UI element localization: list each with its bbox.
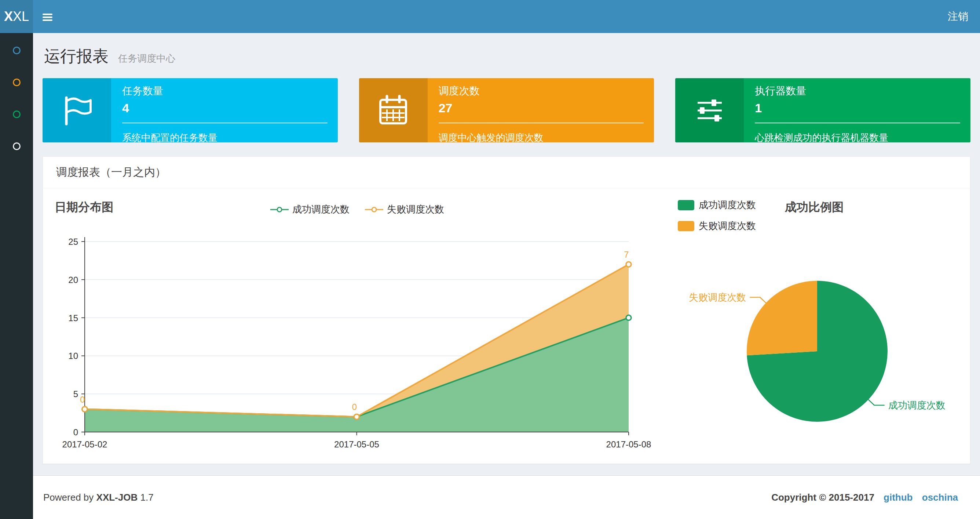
page-footer: Powered by XXL-JOB 1.7 Copyright © 2015-…	[33, 475, 980, 519]
brand-name: XXL-JOB	[97, 492, 138, 503]
info-box-value: 1	[755, 101, 960, 115]
legend-label: 成功调度次数	[699, 198, 756, 211]
report-panel-title: 调度报表（一月之内）	[43, 157, 970, 188]
info-box-title: 任务数量	[122, 84, 328, 98]
info-box-description: 调度中心触发的调度次数	[439, 131, 644, 142]
divider	[439, 123, 644, 123]
line-marker-icon	[365, 207, 383, 212]
svg-text:2017-05-08: 2017-05-08	[606, 439, 651, 449]
info-box-trigger-count: 调度次数 27 调度中心触发的调度次数	[359, 78, 654, 142]
line-chart-legend: 成功调度次数失败调度次数	[270, 203, 444, 216]
circle-outline-icon[interactable]	[13, 78, 21, 86]
app-logo[interactable]: XXL	[0, 0, 33, 33]
legend-swatch-icon	[678, 200, 694, 210]
main-content: 运行报表 任务调度中心 任务数量 4 系统中配置的任务数量	[33, 33, 980, 475]
legend-label: 失败调度次数	[387, 203, 444, 216]
flag-icon	[61, 95, 93, 126]
report-panel: 调度报表（一月之内） 日期分布图 成功调度次数失败调度次数 0510152025…	[43, 156, 970, 464]
powered-by-text: Powered by XXL-JOB 1.7	[43, 492, 154, 503]
svg-text:2017-05-02: 2017-05-02	[62, 439, 107, 449]
legend-item[interactable]: 失败调度次数	[365, 203, 444, 216]
line-chart-title: 日期分布图	[55, 199, 113, 216]
top-navbar: XXL 注销	[0, 0, 980, 33]
legend-item[interactable]: 成功调度次数	[678, 198, 756, 211]
logout-link[interactable]: 注销	[936, 0, 980, 33]
circle-outline-icon[interactable]	[13, 110, 21, 118]
page-title: 运行报表	[44, 47, 108, 65]
hamburger-icon	[43, 14, 52, 15]
calendar-icon	[377, 95, 409, 126]
svg-text:20: 20	[68, 275, 78, 285]
pie-chart-legend: 成功调度次数失败调度次数	[678, 198, 756, 232]
svg-text:0: 0	[352, 402, 357, 412]
circle-outline-icon[interactable]	[13, 142, 21, 150]
svg-text:2017-05-05: 2017-05-05	[334, 439, 379, 449]
info-box-job-count: 任务数量 4 系统中配置的任务数量	[43, 78, 338, 142]
divider	[122, 123, 328, 123]
info-box-title: 调度次数	[439, 84, 644, 98]
svg-text:25: 25	[68, 237, 78, 247]
svg-text:0: 0	[73, 427, 78, 437]
legend-label: 失败调度次数	[699, 219, 756, 232]
info-box-value: 4	[122, 101, 328, 115]
github-link[interactable]: github	[883, 492, 913, 503]
info-box-description: 系统中配置的任务数量	[122, 131, 328, 142]
content-header: 运行报表 任务调度中心	[33, 33, 980, 67]
svg-text:15: 15	[68, 313, 78, 323]
legend-item[interactable]: 失败调度次数	[678, 219, 756, 232]
svg-text:失败调度次数: 失败调度次数	[689, 292, 746, 303]
page-subtitle: 任务调度中心	[118, 53, 175, 64]
pie-chart-title: 成功比例图	[785, 199, 843, 216]
copyright-text: Copyright © 2015-2017 github oschina	[771, 492, 958, 503]
legend-item[interactable]: 成功调度次数	[270, 203, 350, 216]
info-box-executor-count: 执行器数量 1 心跳检测成功的执行器机器数量	[675, 78, 970, 142]
line-marker-icon	[270, 207, 289, 212]
svg-text:0: 0	[80, 394, 85, 404]
report-panel-body: 日期分布图 成功调度次数失败调度次数 05101520252017-05-022…	[43, 188, 970, 463]
info-box-description: 心跳检测成功的执行器机器数量	[755, 131, 960, 142]
info-box-value: 27	[439, 101, 644, 115]
sidebar-toggle-button[interactable]	[33, 0, 62, 33]
svg-text:5: 5	[73, 389, 78, 399]
circle-outline-icon[interactable]	[13, 46, 21, 54]
summary-boxes: 任务数量 4 系统中配置的任务数量	[43, 78, 970, 142]
legend-swatch-icon	[678, 221, 694, 231]
oschina-link[interactable]: oschina	[922, 492, 958, 503]
success-ratio-pie-chart[interactable]: 成功调度次数失败调度次数	[689, 254, 971, 460]
svg-text:成功调度次数: 成功调度次数	[888, 400, 945, 411]
divider	[755, 123, 960, 123]
svg-text:10: 10	[68, 351, 78, 361]
svg-text:7: 7	[624, 249, 628, 260]
sidebar-menu	[0, 33, 33, 519]
sliders-icon	[694, 95, 725, 126]
date-distribution-chart[interactable]: 05101520252017-05-022017-05-052017-05-08…	[43, 232, 659, 463]
legend-label: 成功调度次数	[292, 203, 350, 216]
info-box-title: 执行器数量	[755, 84, 960, 98]
